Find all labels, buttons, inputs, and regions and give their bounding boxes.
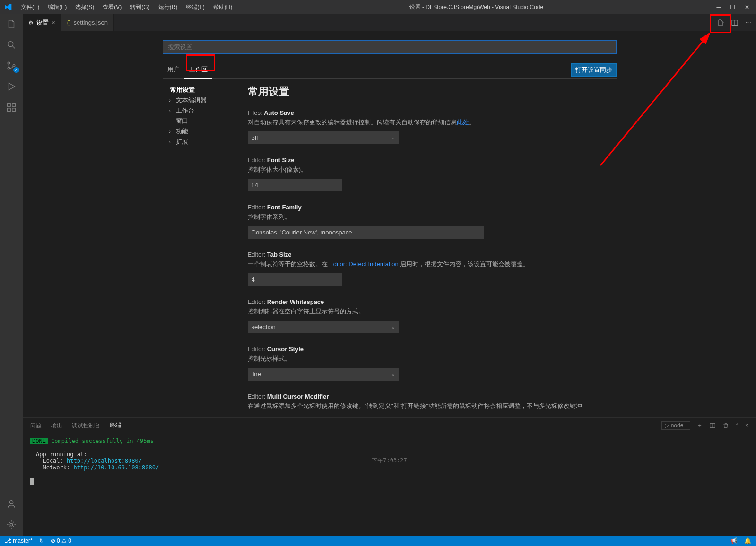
extensions-icon[interactable] (5, 101, 17, 113)
svg-rect-7 (12, 104, 15, 106)
tab-settings-json[interactable]: {} settings.json (61, 14, 114, 31)
activity-bar: 8 (0, 14, 23, 536)
panel-tab-output[interactable]: 输出 (51, 418, 62, 433)
autosave-doc-link[interactable]: 此处 (457, 119, 469, 126)
done-badge: DONE (30, 438, 48, 444)
toc-extensions[interactable]: ›扩展 (163, 137, 234, 147)
vscode-logo-icon (4, 3, 12, 11)
minimize-icon[interactable]: ─ (716, 4, 721, 10)
run-debug-icon[interactable] (5, 80, 17, 93)
menu-goto[interactable]: 转到(G) (126, 1, 153, 13)
status-branch[interactable]: ⎇ master* (5, 537, 33, 544)
status-bar: ⎇ master* ↻ ⊘ 0 ⚠ 0 📢 🔔 (0, 536, 756, 546)
toc-features[interactable]: ›功能 (163, 126, 234, 137)
toc-window[interactable]: 窗口 (163, 116, 234, 126)
bottom-panel: 问题 输出 调试控制台 终端 ▷ node ＋ ^ × 下午7:03:27 DO… (23, 417, 756, 536)
json-file-icon: {} (67, 19, 71, 26)
tab-label: settings.json (74, 19, 108, 26)
maximize-icon[interactable]: ☐ (730, 4, 735, 10)
terminal-output[interactable]: 下午7:03:27 DONE Compiled successfully in … (23, 433, 756, 536)
panel-tab-terminal[interactable]: 终端 (110, 417, 121, 433)
svg-point-9 (10, 523, 13, 526)
svg-point-2 (8, 67, 10, 69)
window-title: 设置 - DFStore.CJStoreMgrWeb - Visual Stud… (236, 3, 716, 11)
menu-help[interactable]: 帮助(H) (209, 1, 236, 13)
title-bar: 文件(F) 编辑(E) 选择(S) 查看(V) 转到(G) 运行(R) 终端(T… (0, 0, 756, 14)
setting-editor-cursorstyle: Editor: Cursor Style 控制光标样式。 line⌄ (248, 346, 617, 381)
status-feedback-icon[interactable]: 📢 (730, 537, 738, 544)
status-problems[interactable]: ⊘ 0 ⚠ 0 (51, 537, 71, 544)
menu-view[interactable]: 查看(V) (99, 1, 125, 13)
setting-editor-multicursor: Editor: Multi Cursor Modifier 在通过鼠标添加多个光… (248, 393, 617, 410)
menu-terminal[interactable]: 终端(T) (182, 1, 208, 13)
chevron-down-icon: ⌄ (391, 135, 395, 141)
settings-gear-icon[interactable] (5, 519, 17, 531)
settings-list: 常用设置 Files: Auto Save 对自动保存具有未保存更改的编辑器进行… (248, 85, 617, 417)
source-control-icon[interactable]: 8 (5, 60, 17, 72)
tab-settings[interactable]: ⚙ 设置 × (23, 14, 61, 31)
setting-editor-fontfamily: Editor: Font Family 控制字体系列。 (248, 204, 617, 239)
settings-editor: 用户 工作区 打开设置同步 常用设置 ›文本编辑器 ›工作台 窗口 ›功能 ›扩… (23, 31, 756, 417)
new-terminal-icon[interactable]: ＋ (697, 422, 703, 430)
settings-group-header: 常用设置 (248, 85, 617, 99)
tab-label: 设置 (36, 18, 49, 27)
settings-search-input[interactable] (163, 40, 617, 54)
menu-edit[interactable]: 编辑(E) (44, 1, 70, 13)
chevron-right-icon: › (169, 98, 174, 103)
setting-editor-tabsize: Editor: Tab Size 一个制表符等于的空格数。在 Editor: D… (248, 251, 617, 286)
scope-workspace-tab[interactable]: 工作区 (184, 61, 212, 79)
svg-point-8 (9, 501, 13, 504)
network-url-link[interactable]: http://10.10.69.108:8080/ (73, 464, 159, 471)
local-url-link[interactable]: http://localhost:8080/ (67, 458, 142, 464)
close-tab-icon[interactable]: × (52, 19, 55, 26)
settings-tab-icon: ⚙ (28, 19, 34, 26)
fontfamily-input[interactable] (248, 226, 484, 239)
split-terminal-icon[interactable] (709, 422, 716, 429)
detect-indentation-link[interactable]: Editor: Detect Indentation (329, 260, 399, 268)
chevron-right-icon: › (169, 129, 174, 134)
menu-file[interactable]: 文件(F) (17, 1, 43, 13)
whitespace-select[interactable]: selection⌄ (248, 321, 399, 333)
svg-rect-6 (12, 108, 15, 111)
close-icon[interactable]: ✕ (745, 4, 749, 10)
toc-common[interactable]: 常用设置 (163, 85, 234, 95)
more-actions-icon[interactable]: ⋯ (745, 19, 751, 26)
status-sync[interactable]: ↻ (39, 537, 44, 544)
svg-point-1 (8, 62, 10, 64)
svg-rect-5 (8, 108, 10, 111)
scm-badge: 8 (13, 67, 19, 73)
close-panel-icon[interactable]: × (745, 422, 748, 429)
setting-files-autosave: Files: Auto Save 对自动保存具有未保存更改的编辑器进行控制。阅读… (248, 109, 617, 144)
tabsize-input[interactable] (248, 273, 342, 286)
terminal-selector[interactable]: ▷ node (661, 421, 690, 430)
menu-selection[interactable]: 选择(S) (71, 1, 98, 13)
chevron-right-icon: › (169, 139, 174, 145)
search-icon[interactable] (5, 39, 17, 51)
svg-rect-4 (8, 104, 10, 106)
panel-tab-debug[interactable]: 调试控制台 (72, 418, 100, 433)
setting-editor-whitespace: Editor: Render Whitespace 控制编辑器在空白字符上显示符… (248, 298, 617, 333)
fontsize-input[interactable] (248, 179, 342, 191)
maximize-panel-icon[interactable]: ^ (736, 422, 739, 429)
panel-tab-problems[interactable]: 问题 (30, 418, 42, 433)
toc-text-editor[interactable]: ›文本编辑器 (163, 95, 234, 105)
status-notifications-icon[interactable]: 🔔 (744, 537, 751, 544)
open-settings-sync-button[interactable]: 打开设置同步 (571, 63, 617, 77)
kill-terminal-icon[interactable] (722, 422, 729, 429)
svg-point-0 (8, 42, 13, 47)
menu-run[interactable]: 运行(R) (155, 1, 182, 13)
setting-editor-fontsize: Editor: Font Size 控制字体大小(像素)。 (248, 156, 617, 191)
split-editor-icon[interactable] (731, 19, 739, 26)
menu-bar: 文件(F) 编辑(E) 选择(S) 查看(V) 转到(G) 运行(R) 终端(T… (17, 1, 236, 13)
open-settings-json-icon[interactable] (717, 19, 724, 26)
toc-workbench[interactable]: ›工作台 (163, 105, 234, 116)
chevron-down-icon: ⌄ (391, 324, 395, 330)
autosave-select[interactable]: off⌄ (248, 131, 399, 144)
cursorstyle-select[interactable]: line⌄ (248, 368, 399, 381)
editor-tab-bar: ⚙ 设置 × {} settings.json ⋯ (23, 14, 756, 31)
settings-toc: 常用设置 ›文本编辑器 ›工作台 窗口 ›功能 ›扩展 (163, 85, 234, 417)
accounts-icon[interactable] (5, 498, 17, 510)
chevron-right-icon: › (169, 108, 174, 113)
scope-user-tab[interactable]: 用户 (163, 61, 184, 78)
explorer-icon[interactable] (5, 18, 17, 30)
